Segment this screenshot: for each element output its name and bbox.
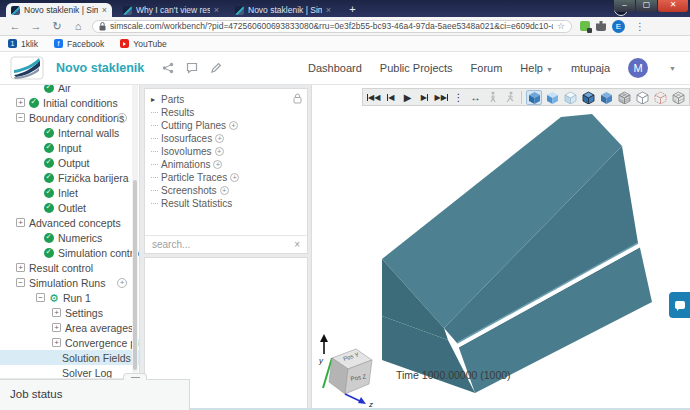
edit-pencil-icon[interactable] xyxy=(210,62,222,74)
sim-tree-item-simulation-control[interactable]: Simulation control xyxy=(0,245,139,260)
expand-icon[interactable] xyxy=(16,263,25,272)
sim-tree-item-boundary-conditions[interactable]: Boundary conditions xyxy=(0,110,139,125)
expand-icon[interactable] xyxy=(52,338,61,347)
clear-search-icon[interactable]: × xyxy=(294,239,300,250)
new-tab-button[interactable]: + xyxy=(346,3,359,16)
nav-help[interactable]: Help▼ xyxy=(520,62,553,74)
forward-icon[interactable]: → xyxy=(30,20,42,32)
render-mode-surface-mesh-button[interactable] xyxy=(670,90,686,105)
render-mode-solid-flat-button[interactable] xyxy=(598,90,614,105)
add-boundary-condition-icon[interactable] xyxy=(117,113,127,123)
nav-forum[interactable]: Forum xyxy=(471,62,503,74)
collapse-icon[interactable] xyxy=(36,293,45,302)
username[interactable]: mtupaja xyxy=(571,62,610,74)
nav-public-projects[interactable]: Public Projects xyxy=(380,62,453,74)
sim-tree-item-result-control[interactable]: Result control xyxy=(0,260,139,275)
render-mode-surfaces-edges-button[interactable] xyxy=(580,90,596,105)
back-icon[interactable]: ← xyxy=(9,20,21,32)
orientation-cube[interactable]: y Pos Y Pos Z z xyxy=(314,330,386,408)
post-tree-item-cutting-planes[interactable]: Cutting Planes xyxy=(151,119,303,132)
sim-tree-item-inlet[interactable]: Inlet xyxy=(0,185,139,200)
sim-tree-item-run-1[interactable]: ⚙ Run 1 xyxy=(0,290,139,305)
post-tree-item-screenshots[interactable]: Screenshots xyxy=(151,184,303,197)
minimize-button[interactable]: – xyxy=(614,0,635,12)
sim-tree-item-numerics[interactable]: Numerics xyxy=(0,230,139,245)
sim-tree-item-solver-log[interactable]: Solver Log xyxy=(0,365,139,378)
post-tree-item-animations[interactable]: Animations xyxy=(151,158,303,171)
post-tree-item-results[interactable]: Results xyxy=(151,106,303,119)
add-run-icon[interactable] xyxy=(117,278,127,288)
tab-novo-staklenik-1[interactable]: Novo staklenik | SimScale Workb × xyxy=(6,3,112,17)
play-button[interactable]: ▶ xyxy=(400,90,415,105)
sim-tree-item-solution-fields[interactable]: Solution Fields xyxy=(0,350,139,365)
add-isovolume-icon[interactable] xyxy=(215,147,224,156)
bookmark-star-icon[interactable]: ☆ xyxy=(557,21,565,31)
close-tab-icon[interactable]: × xyxy=(326,5,331,15)
bookmark-facebook[interactable]: f Facebook xyxy=(54,39,104,49)
extensions-puzzle-icon[interactable] xyxy=(596,21,606,31)
address-bar[interactable]: simscale.com/workbench/?pid=472560600693… xyxy=(92,20,572,33)
skip-to-first-frame-button[interactable]: ◀◀ xyxy=(366,90,381,105)
previous-frame-button[interactable]: ◀ xyxy=(383,90,398,105)
sim-tree-item-output[interactable]: Output xyxy=(0,155,139,170)
sim-tree-scrollbar[interactable] xyxy=(132,85,138,378)
sim-tree-item-area-averages[interactable]: Area averages xyxy=(0,320,139,335)
add-particle-trace-icon[interactable] xyxy=(230,173,239,182)
post-tree-item-particle-traces[interactable]: Particle Traces xyxy=(151,171,303,184)
next-frame-button[interactable]: ▶ xyxy=(417,90,432,105)
scrollbar-thumb[interactable] xyxy=(133,180,137,370)
fit-view-button[interactable]: ↔ xyxy=(468,90,483,105)
sim-tree-item-outlet[interactable]: Outlet xyxy=(0,200,139,215)
close-tab-icon[interactable]: × xyxy=(214,5,219,15)
bookmark-1klik[interactable]: 1 1klik xyxy=(8,39,38,49)
browser-menu-icon[interactable]: ⋮ xyxy=(635,21,645,32)
render-mode-solid-button[interactable] xyxy=(526,90,542,105)
job-status-collapse-handle[interactable] xyxy=(123,373,147,380)
render-mode-hidden-wireframe-button[interactable] xyxy=(652,90,668,105)
bookmark-youtube[interactable]: YouTube xyxy=(120,39,166,49)
sim-tree-item-settings[interactable]: Settings xyxy=(0,305,139,320)
sim-tree-item-initial-conditions[interactable]: Initial conditions xyxy=(0,95,139,110)
share-icon[interactable] xyxy=(162,62,174,74)
search-input[interactable]: search... xyxy=(152,239,294,250)
reload-icon[interactable]: ↻ xyxy=(51,20,63,33)
add-screenshot-icon[interactable] xyxy=(220,186,229,195)
close-tab-icon[interactable]: × xyxy=(102,5,107,15)
run-through-button[interactable] xyxy=(502,90,517,105)
add-animation-icon[interactable] xyxy=(213,160,222,169)
post-tree-item-result-statistics[interactable]: Result Statistics xyxy=(151,197,303,210)
adblock-extension-icon[interactable] xyxy=(580,21,590,31)
browser-profile-avatar[interactable]: E xyxy=(612,20,625,33)
add-isosurface-icon[interactable] xyxy=(215,134,224,143)
job-status-panel[interactable]: Job status xyxy=(0,379,190,410)
close-window-button[interactable]: ✕ xyxy=(658,0,688,12)
add-cutting-plane-icon[interactable] xyxy=(229,121,238,130)
user-avatar[interactable]: M xyxy=(628,58,648,78)
sim-tree-item-advanced-concepts[interactable]: Advanced concepts xyxy=(0,215,139,230)
3d-viewport[interactable]: ◀◀ ◀ ▶ ▶ ▶▶ ⋮ ↔ xyxy=(311,85,690,410)
expand-icon[interactable] xyxy=(16,98,25,107)
collapse-icon[interactable] xyxy=(16,113,25,122)
sim-tree-item-internal-walls[interactable]: Internal walls xyxy=(0,125,139,140)
render-mode-shiny-button[interactable] xyxy=(544,90,560,105)
tab-forum-post[interactable]: Why I can't view results in post p × xyxy=(118,3,224,17)
expand-icon[interactable] xyxy=(52,323,61,332)
sim-tree-item-input[interactable]: Input xyxy=(0,140,139,155)
expand-caret-icon[interactable]: ▸ xyxy=(151,95,158,104)
post-tree-item-isosurfaces[interactable]: Isosurfaces xyxy=(151,132,303,145)
chat-button[interactable] xyxy=(669,292,690,318)
search-bar[interactable]: search... × xyxy=(145,235,307,253)
post-tree-item-parts[interactable]: ▸ Parts xyxy=(151,93,303,106)
tab-novo-staklenik-2[interactable]: Novo staklenik | SimScale Workb × xyxy=(230,3,336,17)
render-mode-wireframe-button[interactable] xyxy=(634,90,650,105)
sim-tree-item-air[interactable]: Air xyxy=(0,85,139,95)
sim-tree-item-convergence-plots[interactable]: Convergence plots xyxy=(0,335,139,350)
render-mode-mesh-button[interactable] xyxy=(616,90,632,105)
chevron-down-icon[interactable]: ▼ xyxy=(669,65,676,72)
expand-icon[interactable] xyxy=(52,308,61,317)
comment-icon[interactable] xyxy=(186,62,198,74)
home-icon[interactable]: ⌂ xyxy=(72,20,84,32)
nav-dashboard[interactable]: Dashboard xyxy=(308,62,362,74)
expand-icon[interactable] xyxy=(16,218,25,227)
sim-tree-item-fizicka-barijera[interactable]: Fizička barijera xyxy=(0,170,139,185)
